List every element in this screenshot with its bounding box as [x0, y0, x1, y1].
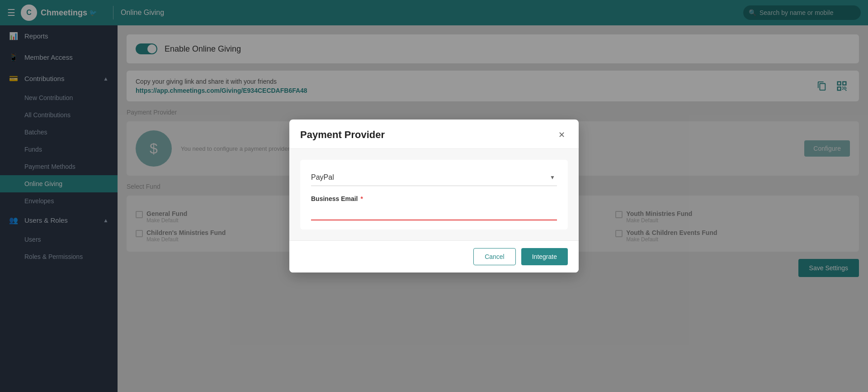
modal-form: PayPal Stripe Square ▼ Business Email * [300, 160, 568, 229]
integrate-button[interactable]: Integrate [521, 248, 568, 265]
business-email-input[interactable] [311, 205, 557, 220]
modal-header: Payment Provider ✕ [289, 120, 579, 149]
required-star: * [360, 195, 363, 202]
business-email-group: Business Email * [311, 195, 557, 220]
payment-provider-modal: Payment Provider ✕ PayPal Stripe Square … [289, 120, 579, 272]
modal-title: Payment Provider [300, 129, 385, 141]
provider-select-wrapper: PayPal Stripe Square ▼ [311, 169, 557, 186]
provider-select[interactable]: PayPal Stripe Square [311, 169, 557, 186]
modal-close-button[interactable]: ✕ [555, 129, 568, 141]
modal-body: PayPal Stripe Square ▼ Business Email * [289, 149, 579, 240]
modal-overlay[interactable]: Payment Provider ✕ PayPal Stripe Square … [0, 0, 868, 392]
business-email-label: Business Email * [311, 195, 557, 202]
cancel-button[interactable]: Cancel [473, 248, 516, 265]
modal-footer: Cancel Integrate [289, 240, 579, 272]
provider-select-group: PayPal Stripe Square ▼ [311, 169, 557, 186]
